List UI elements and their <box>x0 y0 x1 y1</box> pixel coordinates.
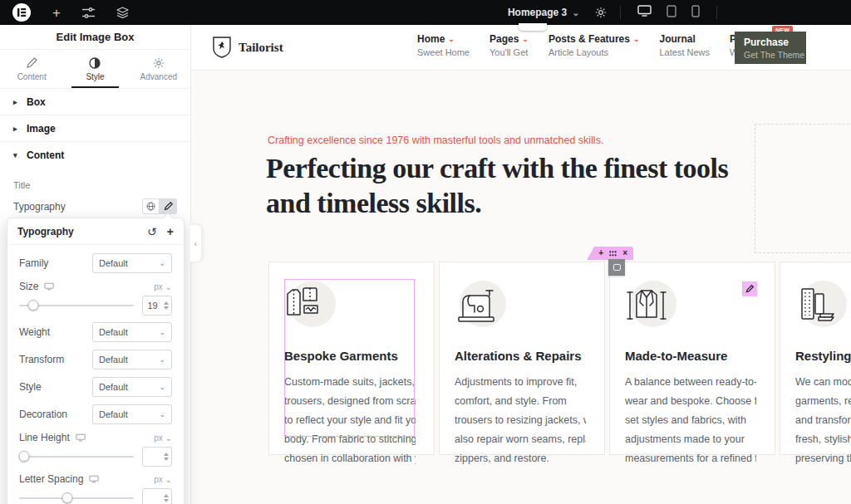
card-bespoke-garments[interactable]: Bespoke Garments Custom-made suits, jack… <box>268 262 435 455</box>
tab-style[interactable]: Style <box>63 50 126 88</box>
container-drag-handle[interactable] <box>608 259 625 276</box>
device-desktop-icon[interactable] <box>637 5 652 20</box>
letter-spacing-stepper[interactable] <box>162 494 171 502</box>
chevron-down-icon: ⌄ <box>159 383 165 391</box>
edit-panel: Edit Image Box Content Style Advanced ▸ … <box>0 25 191 504</box>
active-device-indicator <box>519 23 547 31</box>
card-text-line: chosen in collaboration with you. <box>284 449 416 468</box>
responsive-desktop-icon[interactable] <box>89 475 99 483</box>
chevron-down-icon: ⌄ <box>572 7 579 18</box>
letter-spacing-input[interactable] <box>142 488 172 504</box>
popup-title: Typography <box>17 226 137 237</box>
panel-collapse-toggle[interactable]: ‹ <box>190 224 202 262</box>
typography-popup: Typography ↺ + Family Default ⌄ Size <box>7 218 184 504</box>
edit-typography-pencil-icon[interactable] <box>160 198 177 214</box>
card-text-line: also repair worn seams, replace <box>455 430 586 449</box>
fabric-stack-icon <box>795 284 839 325</box>
chevron-down-icon: ⌄ <box>159 410 165 418</box>
decoration-label: Decoration <box>19 409 67 420</box>
line-height-unit-select[interactable]: px ⌄ <box>154 433 172 443</box>
size-input[interactable]: 19 <box>142 296 172 316</box>
nav-item-pages[interactable]: Pages⌄ You'll Get <box>489 33 529 57</box>
style-select[interactable]: Default ⌄ <box>92 377 172 397</box>
decoration-select[interactable]: Default ⌄ <box>92 404 172 424</box>
line-height-slider[interactable] <box>19 448 134 466</box>
letter-spacing-slider-thumb[interactable] <box>61 492 72 503</box>
element-toolbar: + × <box>587 247 633 260</box>
nav-item-home[interactable]: Home⌄ Sweet Home <box>417 33 470 57</box>
chevron-down-icon: ⌄ <box>633 35 640 43</box>
brand-name: Tailorist <box>239 41 283 55</box>
purchase-button[interactable]: Purchase Get The Theme <box>735 32 806 64</box>
drag-dots-icon[interactable] <box>609 251 617 257</box>
card-restyling[interactable]: Restyling We can mod garments, re and tr… <box>780 262 851 455</box>
chevron-down-icon: ⌄ <box>159 259 165 267</box>
card-text-line: Custom-made suits, jackets, and <box>284 373 416 392</box>
device-mobile-icon[interactable] <box>691 5 700 21</box>
hero-heading[interactable]: Perfecting our craft with the finest too… <box>266 151 740 221</box>
contrast-icon <box>89 57 101 69</box>
chevron-down-icon: ⌄ <box>159 328 165 336</box>
device-tablet-icon[interactable] <box>667 5 676 21</box>
size-slider-thumb[interactable] <box>27 300 38 311</box>
site-settings-sliders-icon[interactable] <box>82 7 95 18</box>
tab-advanced[interactable]: Advanced <box>127 50 190 88</box>
card-alterations-repairs[interactable]: Alterations & Repairs Adjustments to imp… <box>439 262 605 455</box>
size-label: Size <box>19 281 54 292</box>
typography-label: Typography <box>13 201 66 213</box>
line-height-input[interactable] <box>142 447 172 467</box>
family-select[interactable]: Default ⌄ <box>92 253 172 273</box>
family-label: Family <box>19 257 48 269</box>
card-text-line: body. From fabric to stitching is <box>284 430 416 449</box>
transform-select[interactable]: Default ⌄ <box>92 350 172 369</box>
chevron-down-icon: ⌄ <box>448 35 455 43</box>
chevron-down-icon: ⌄ <box>522 35 529 43</box>
card-text-line: A balance between ready-to- <box>625 373 756 392</box>
site-logo[interactable]: Tailorist <box>212 36 283 59</box>
page-settings-gear-icon[interactable] <box>595 7 607 18</box>
size-stepper[interactable] <box>162 301 171 310</box>
widget-edit-pencil-button[interactable] <box>742 281 757 296</box>
gear-icon <box>153 57 165 69</box>
nav-item-posts-features[interactable]: Posts & Features⌄ Article Layouts <box>548 33 640 57</box>
line-height-stepper[interactable] <box>162 453 171 461</box>
tab-content[interactable]: Content <box>0 50 63 88</box>
title-field-label: Title <box>0 169 190 190</box>
add-style-plus-icon[interactable]: + <box>167 226 174 237</box>
letter-spacing-unit-select[interactable]: px ⌄ <box>154 475 172 484</box>
transform-label: Transform <box>19 354 64 365</box>
letter-spacing-slider[interactable] <box>19 489 134 504</box>
empty-column-placeholder[interactable] <box>755 124 851 253</box>
add-element-icon[interactable]: + <box>52 6 61 20</box>
responsive-desktop-icon[interactable] <box>44 282 54 291</box>
topbar-divider <box>716 6 717 19</box>
card-text-line: set styles and fabrics, with <box>625 411 756 430</box>
card-text-line: trousers to resizing jackets, we <box>455 411 586 430</box>
preview-canvas: Tailorist Home⌄ Sweet Home Pages⌄ You'll… <box>191 25 851 504</box>
elementor-logo-icon[interactable] <box>12 3 31 22</box>
chevron-down-icon: ⌄ <box>159 355 165 364</box>
page-selector[interactable]: Homepage 3 ⌄ <box>508 7 580 18</box>
card-text-line: Adjustments to improve fit, <box>455 373 586 392</box>
card-text-line: and transfor <box>795 411 851 430</box>
section-box[interactable]: ▸ Box <box>0 89 190 115</box>
size-slider[interactable] <box>19 296 134 315</box>
line-height-slider-thumb[interactable] <box>18 451 29 462</box>
caret-right-icon: ▸ <box>13 98 20 106</box>
add-section-icon[interactable]: + <box>598 249 603 257</box>
card-text-line: trousers, designed from scratch <box>284 392 416 411</box>
size-unit-select[interactable]: px ⌄ <box>154 282 172 291</box>
global-styles-globe-icon[interactable] <box>142 198 160 214</box>
section-content[interactable]: ▾ Content <box>0 142 190 169</box>
caret-down-icon: ▾ <box>13 151 20 159</box>
delete-section-icon[interactable]: × <box>622 249 627 257</box>
card-text-line: zippers, and restore. <box>455 449 586 468</box>
editor-topbar: + Homepage 3 ⌄ <box>0 0 851 25</box>
site-nav: Home⌄ Sweet Home Pages⌄ You'll Get Posts… <box>417 33 781 57</box>
reset-icon[interactable]: ↺ <box>147 226 157 237</box>
weight-select[interactable]: Default ⌄ <box>92 322 172 342</box>
nav-item-journal[interactable]: Journal Latest News <box>659 33 710 57</box>
section-image[interactable]: ▸ Image <box>0 115 190 142</box>
structure-layers-icon[interactable] <box>116 7 129 18</box>
responsive-desktop-icon[interactable] <box>76 433 86 442</box>
